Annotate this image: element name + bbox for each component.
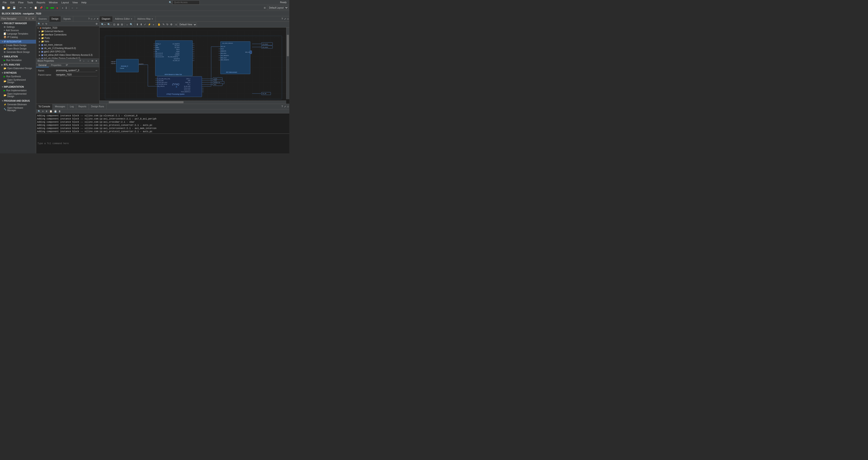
bp-close[interactable]: ✕: [95, 59, 98, 62]
menu-edit[interactable]: Edit: [8, 1, 17, 4]
console-clear-btn[interactable]: 🗑: [58, 110, 61, 113]
open-button[interactable]: 📂: [6, 6, 11, 10]
tab-design[interactable]: Design: [49, 16, 61, 22]
search-diag-btn[interactable]: 🔍: [129, 23, 133, 26]
menu-flow[interactable]: Flow: [17, 1, 25, 4]
layout-select[interactable]: Default Layout: [267, 6, 288, 10]
diag-help-btn[interactable]: ?: [281, 18, 283, 20]
nav-implementation[interactable]: ▼ IMPLEMENTATION: [0, 85, 36, 89]
tab-address-editor[interactable]: Address Editor ✕: [113, 16, 135, 22]
menu-window[interactable]: Window: [47, 1, 59, 4]
diag-float-btn[interactable]: ⤢: [283, 18, 287, 20]
tree-nets[interactable]: ▶ 📁 Nets: [36, 40, 99, 43]
props-tab-properties[interactable]: Properties: [49, 64, 64, 67]
horizontal-scrollbar[interactable]: [99, 101, 286, 104]
stop-button[interactable]: ■: [56, 6, 59, 10]
menu-reports[interactable]: Reports: [35, 1, 47, 4]
menu-tools[interactable]: Tools: [25, 1, 35, 4]
refresh-diag-btn[interactable]: ↻: [166, 23, 169, 26]
sources-help-btn[interactable]: ?: [88, 18, 90, 20]
tree-lcd-vdma[interactable]: ▶ ▣ lcd_vdma (AXI Video Direct Memory Ac…: [36, 53, 99, 57]
expand-btn[interactable]: ⊞: [116, 23, 120, 26]
edit-name-icon[interactable]: ✏: [96, 69, 97, 72]
cut-button[interactable]: ✂: [29, 6, 33, 10]
nav-synthesis[interactable]: ▼ SYNTHESIS: [0, 71, 36, 75]
tab-reports[interactable]: Reports: [76, 104, 89, 109]
up-btn[interactable]: ⬆: [135, 23, 139, 26]
tree-external-ifaces[interactable]: ▶ 📁 External Interfaces: [36, 30, 99, 33]
props-tab-ip[interactable]: IP: [64, 64, 70, 67]
add-sources-btn[interactable]: +: [61, 6, 64, 10]
nav-run-simulation[interactable]: ▶ Run Simulation: [0, 59, 36, 62]
tcl-command-input[interactable]: [36, 134, 289, 154]
hand-btn[interactable]: ✋: [157, 23, 161, 26]
nav-open-implemented[interactable]: 📂 Open Implemented Design: [0, 92, 36, 98]
zoom-in-btn[interactable]: 🔍+: [100, 23, 106, 26]
flow-nav-btn2[interactable]: □: [28, 17, 31, 20]
nav-open-synthesized[interactable]: 📂 Open Synthesized Design: [0, 78, 36, 84]
backward-btn[interactable]: ←: [75, 6, 79, 10]
nav-create-block-design[interactable]: + Create Block Design: [0, 43, 36, 47]
tree-navigator-root[interactable]: ▼ ■ navigator_7020: [36, 26, 99, 30]
sources-expand-btn[interactable]: □: [90, 18, 93, 20]
h-scroll-thumb[interactable]: [109, 101, 183, 103]
autoconnect-btn[interactable]: ⚡: [147, 23, 152, 26]
search-btn[interactable]: 🔍: [37, 22, 41, 25]
menu-layout[interactable]: Layout: [59, 1, 70, 4]
bp-nav-fwd[interactable]: →: [86, 59, 90, 62]
diagram-canvas[interactable]: xlconcat_0 Concat In0[0:0] In1[0:0] dout…: [99, 28, 289, 104]
props-tab-general[interactable]: General: [36, 64, 49, 67]
quick-access-input[interactable]: [173, 0, 199, 4]
console-search-btn[interactable]: 🔍: [37, 110, 41, 113]
console-copy-btn[interactable]: 📋: [49, 110, 53, 113]
tree-axi-mem[interactable]: ▶ ▣ axi_mem_intercon: [36, 43, 99, 46]
down-btn[interactable]: ⬇: [140, 23, 143, 26]
close-addr-editor[interactable]: ✕: [131, 18, 132, 20]
nav-open-hw-manager[interactable]: 🔧 Open Hardware Manager: [0, 106, 36, 112]
pen-btn[interactable]: ✎: [162, 23, 165, 26]
menu-view[interactable]: View: [70, 1, 80, 4]
nav-ip-integrator[interactable]: ▼ IP INTEGRATOR: [0, 40, 36, 43]
nav-rtl-analysis[interactable]: ▶ RTL ANALYSIS: [0, 63, 36, 67]
sources-settings-btn[interactable]: ⚙: [95, 22, 98, 25]
nav-language-templates[interactable]: 📝 Language Templates: [0, 32, 36, 35]
bp-nav-back[interactable]: ←: [82, 59, 86, 62]
nav-run-implementation[interactable]: ▶ Run Implementation: [0, 89, 36, 92]
tree-clk-wiz[interactable]: ▶ ▣ clk_wiz_0 (Clocking Wizard:6.0): [36, 46, 99, 50]
nav-project-manager[interactable]: ▼ PROJECT MANAGER: [0, 22, 36, 25]
console-pause-btn[interactable]: ⏸: [45, 110, 49, 113]
menu-help[interactable]: Help: [80, 1, 88, 4]
paste-button[interactable]: 📌: [39, 6, 43, 10]
tab-sources[interactable]: Sources: [36, 16, 49, 22]
options-btn[interactable]: ⚙: [169, 23, 173, 26]
contract-btn[interactable]: ⊟: [120, 23, 124, 26]
flow-nav-btn3[interactable]: ✕: [31, 17, 35, 20]
plus-btn[interactable]: +: [152, 23, 155, 26]
run-button[interactable]: ▶: [46, 6, 49, 10]
bp-help-btn[interactable]: ?: [79, 59, 81, 62]
nav-generate-block-design[interactable]: ⚙ Generate Block Design: [0, 51, 36, 54]
bp-settings[interactable]: ⚙: [91, 59, 94, 62]
nav-open-block-design[interactable]: 📂 Open Block Design: [0, 47, 36, 51]
zoom-out-btn[interactable]: 🔍-: [107, 23, 112, 26]
console-filter-btn[interactable]: ≡: [41, 110, 44, 113]
tree-lcd-vtc[interactable]: ▶ ▣ lcd_vtc (Video Timing Controller:6.2…: [36, 57, 99, 59]
diag-max-btn[interactable]: □: [287, 18, 289, 20]
nav-generate-bitstream[interactable]: ⚡ Generate Bitstream: [0, 103, 36, 106]
tree-ports[interactable]: ▶ 📁 Ports: [36, 36, 99, 40]
console-help-btn[interactable]: ?: [281, 105, 283, 108]
tab-messages[interactable]: Messages: [53, 104, 68, 109]
close-addr-map[interactable]: ✕: [151, 18, 153, 20]
forward-btn[interactable]: →: [70, 6, 74, 10]
sources-close-btn[interactable]: ✕: [96, 18, 99, 20]
tab-design-runs[interactable]: Design Runs: [89, 104, 106, 109]
nav-open-elaborated[interactable]: 📂 Open Elaborated Design: [0, 67, 36, 70]
circle-btn[interactable]: ○: [126, 23, 129, 26]
validate-btn[interactable]: ✓: [143, 23, 147, 26]
tree-iface-connections[interactable]: ▶ 📁 Interface Connections: [36, 33, 99, 36]
nav-program-debug[interactable]: ▼ PROGRAM AND DEBUG: [0, 99, 36, 103]
console-save-btn[interactable]: 💾: [53, 110, 57, 113]
save-button[interactable]: 💾: [12, 6, 17, 10]
tree-gpio1[interactable]: ▶ ▣ gpio1 (AXI GPIO:2.0): [36, 50, 99, 53]
console-float-btn[interactable]: ⤢: [283, 105, 287, 108]
